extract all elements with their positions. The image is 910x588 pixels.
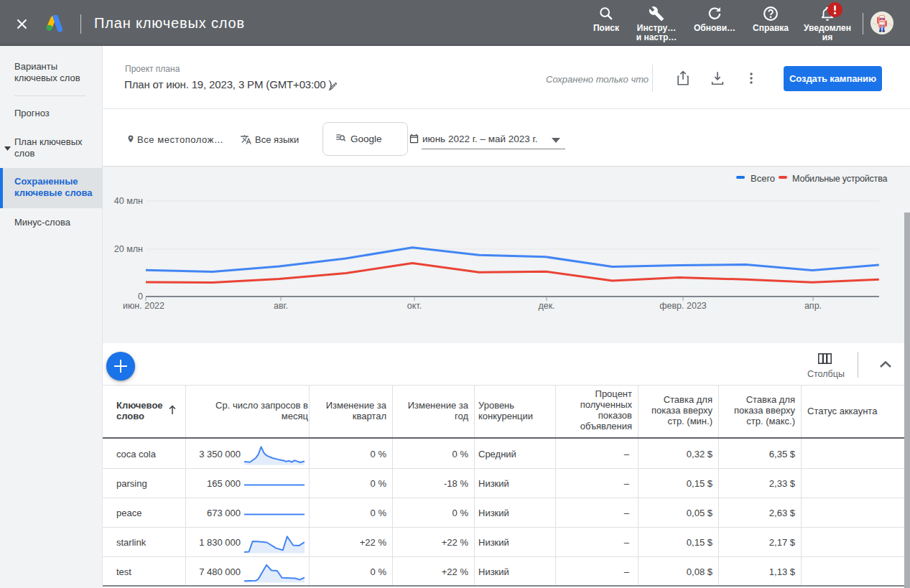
svg-text:июн. 2022: июн. 2022	[123, 301, 164, 311]
svg-text:авг.: авг.	[274, 301, 288, 311]
svg-text:Всего: Всего	[751, 173, 775, 184]
svg-text:40 млн: 40 млн	[114, 196, 143, 206]
svg-text:февр. 2023: февр. 2023	[659, 301, 707, 311]
svg-text:Мобильные устройства: Мобильные устройства	[792, 174, 887, 184]
svg-text:дек.: дек.	[538, 301, 554, 311]
svg-text:окт.: окт.	[407, 301, 422, 311]
svg-text:0: 0	[138, 291, 143, 302]
svg-text:20 млн: 20 млн	[114, 244, 143, 254]
svg-text:апр.: апр.	[804, 301, 822, 311]
